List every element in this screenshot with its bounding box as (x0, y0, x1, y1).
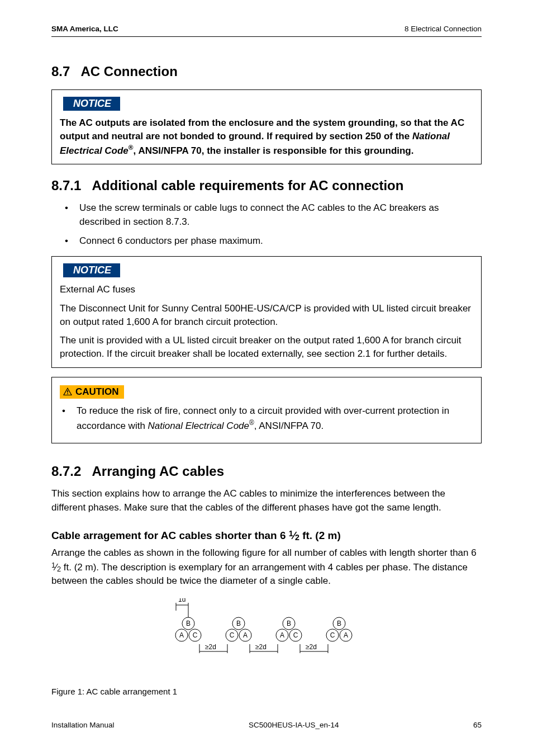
section-number: 8.7 (51, 64, 70, 79)
notice-box-1: NOTICE The AC outputs are isolated from … (51, 89, 482, 164)
caution-tag: CAUTION (60, 385, 124, 399)
dim-2d: ≥2d (255, 643, 266, 651)
subsection-number: 8.7.2 (51, 464, 81, 479)
requirements-list: Use the screw terminals or cable lugs to… (65, 201, 482, 248)
notice-2-line2: The Disconnect Unit for Sunny Central 50… (60, 302, 473, 329)
notice-box-2: NOTICE External AC fuses The Disconnect … (51, 256, 482, 368)
svg-rect-3 (67, 393, 68, 394)
page-header: SMA America, LLC 8 Electrical Connection (51, 25, 482, 33)
notice-1-text: The AC outputs are isolated from the enc… (60, 116, 473, 157)
svg-text:B: B (236, 620, 241, 627)
notice-2-line1: External AC fuses (60, 283, 473, 296)
svg-text:B: B (186, 620, 191, 627)
arrange-paragraph: Arrange the cables as shown in the follo… (51, 546, 482, 588)
footer-page-number: 65 (473, 721, 482, 729)
caution-list: To reduce the risk of fire, connect only… (62, 404, 473, 433)
notice-tag: NOTICE (63, 97, 120, 111)
notice-2-line3: The unit is provided with a UL listed ci… (60, 334, 473, 361)
page-footer: Installation Manual SC500HEUS-IA-US_en-1… (51, 721, 482, 729)
footer-left: Installation Manual (51, 721, 115, 729)
dim-2d: ≥2d (306, 643, 317, 651)
cable-arrangement-heading: Cable arragement for AC cables shorter t… (51, 529, 482, 542)
list-item: To reduce the risk of fire, connect only… (62, 404, 473, 433)
svg-text:C: C (193, 631, 198, 639)
dim-1d: 1d (178, 598, 185, 603)
section-8-7-2-intro: This section explains how to arrange the… (51, 487, 482, 514)
list-item: Use the screw terminals or cable lugs to… (65, 201, 482, 229)
svg-text:B: B (287, 620, 291, 627)
figure-caption: Figure 1: AC cable arrangement 1 (51, 687, 482, 696)
notice-tag: NOTICE (63, 263, 120, 277)
subsection-title-text: Additional cable requirements for AC con… (92, 178, 404, 193)
svg-text:A: A (280, 631, 284, 639)
header-rule (51, 36, 482, 37)
warning-icon (63, 388, 72, 396)
footer-mid: SC500HEUS-IA-US_en-14 (249, 721, 339, 729)
svg-text:A: A (344, 631, 348, 639)
header-right: 8 Electrical Connection (404, 25, 482, 33)
subsection-number: 8.7.1 (51, 178, 81, 193)
svg-text:C: C (330, 631, 335, 639)
svg-text:A: A (243, 631, 248, 639)
svg-text:C: C (293, 631, 298, 639)
svg-text:B: B (337, 620, 341, 627)
svg-rect-2 (67, 390, 68, 393)
section-title-text: AC Connection (81, 64, 178, 79)
figure-1: 1d BACBCABACBCA ≥2d ≥2d ≥2d (51, 598, 482, 668)
header-left: SMA America, LLC (51, 25, 118, 33)
list-item: Connect 6 conductors per phase maximum. (65, 234, 482, 248)
caution-box: CAUTION To reduce the risk of fire, conn… (51, 377, 482, 443)
svg-text:C: C (230, 631, 235, 639)
subsection-title-text: Arranging AC cables (92, 464, 225, 479)
section-8-7-1-heading: 8.7.1 Additional cable requirements for … (51, 178, 482, 193)
section-8-7-heading: 8.7 AC Connection (51, 64, 482, 79)
section-8-7-2-heading: 8.7.2 Arranging AC cables (51, 464, 482, 479)
svg-text:A: A (179, 631, 184, 639)
dim-2d: ≥2d (205, 643, 216, 651)
cable-arrangement-diagram: 1d BACBCABACBCA ≥2d ≥2d ≥2d (166, 598, 367, 665)
